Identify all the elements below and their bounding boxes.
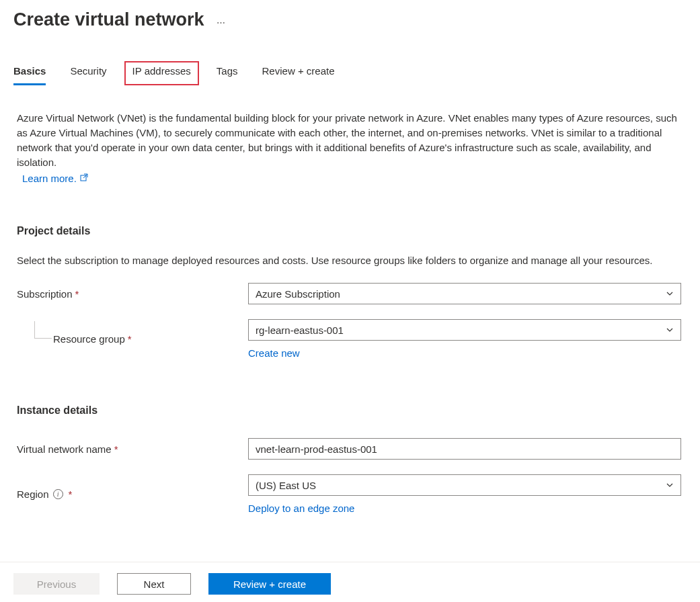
required-star-icon: * xyxy=(75,288,79,300)
next-button[interactable]: Next xyxy=(117,573,191,595)
tab-strip: Basics Security IP addresses Tags Review… xyxy=(0,61,700,85)
region-select[interactable]: (US) East US xyxy=(248,474,681,496)
region-value: (US) East US xyxy=(256,480,316,491)
create-new-link[interactable]: Create new xyxy=(248,347,300,359)
intro-text: Azure Virtual Network (VNet) is the fund… xyxy=(17,112,677,168)
tab-ip-addresses[interactable]: IP addresses xyxy=(124,61,199,85)
required-star-icon: * xyxy=(114,443,118,455)
chevron-down-icon xyxy=(666,480,674,491)
vnet-name-input[interactable] xyxy=(248,438,681,460)
instance-details-heading: Instance details xyxy=(17,404,683,417)
vnet-name-label: Virtual network name * xyxy=(17,443,248,455)
more-options-icon[interactable]: ⋯ xyxy=(217,13,226,28)
previous-button: Previous xyxy=(13,573,100,595)
project-details-heading: Project details xyxy=(17,225,683,237)
tab-review-create[interactable]: Review + create xyxy=(262,61,335,85)
required-star-icon: * xyxy=(69,488,73,500)
learn-more-text: Learn more. xyxy=(22,171,77,186)
subscription-label-text: Subscription xyxy=(17,288,73,300)
resource-group-value: rg-learn-eastus-001 xyxy=(256,325,344,336)
resource-group-select[interactable]: rg-learn-eastus-001 xyxy=(248,319,681,341)
subscription-value: Azure Subscription xyxy=(256,288,340,300)
info-icon[interactable]: i xyxy=(53,489,63,499)
region-label-text: Region xyxy=(17,488,49,500)
vnet-name-label-text: Virtual network name xyxy=(17,443,112,455)
subscription-select[interactable]: Azure Subscription xyxy=(248,283,681,304)
subscription-label: Subscription * xyxy=(17,288,248,300)
region-label: Region i * xyxy=(17,488,248,500)
intro-description: Azure Virtual Network (VNet) is the fund… xyxy=(17,111,683,186)
page-title: Create virtual network xyxy=(13,9,204,30)
tab-security[interactable]: Security xyxy=(70,61,106,85)
required-star-icon: * xyxy=(128,333,132,345)
edge-zone-link[interactable]: Deploy to an edge zone xyxy=(248,503,354,514)
tab-tags[interactable]: Tags xyxy=(217,61,238,85)
project-details-description: Select the subscription to manage deploy… xyxy=(17,253,683,268)
learn-more-link[interactable]: Learn more. xyxy=(22,171,89,186)
external-link-icon xyxy=(79,171,89,186)
review-create-button[interactable]: Review + create xyxy=(208,573,331,595)
tab-basics[interactable]: Basics xyxy=(13,61,46,85)
resource-group-label-text: Resource group xyxy=(53,333,125,345)
chevron-down-icon xyxy=(666,325,674,336)
resource-group-label: Resource group * xyxy=(17,333,248,345)
footer-bar: Previous Next Review + create xyxy=(0,562,700,602)
chevron-down-icon xyxy=(666,288,674,300)
indent-line-icon xyxy=(34,321,52,339)
